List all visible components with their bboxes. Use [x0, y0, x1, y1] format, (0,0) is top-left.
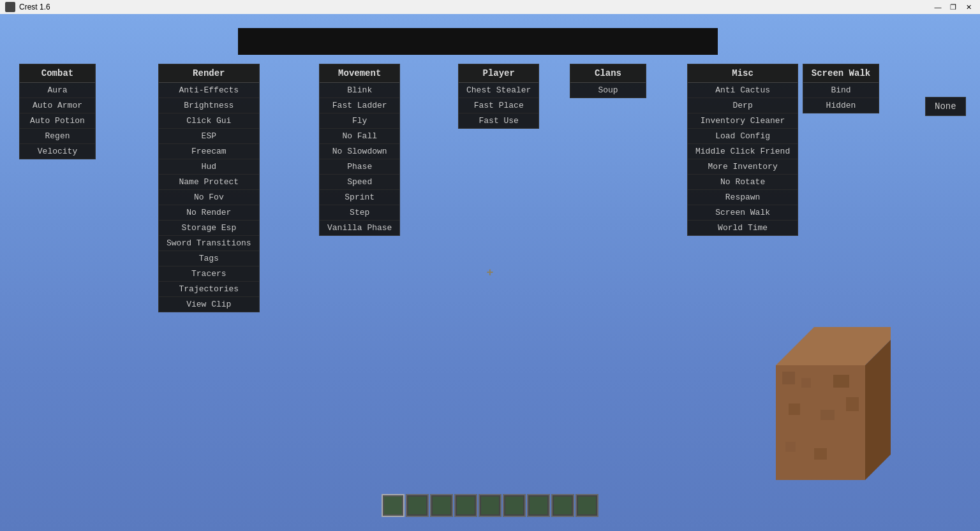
title-bar: Crest 1.6 — ❐ ✕ — [0, 0, 980, 14]
panel-header-movement: Movement — [320, 64, 399, 83]
svg-rect-6 — [789, 404, 800, 415]
hotbar-slot-inner-7 — [554, 497, 572, 514]
panel-combat: CombatAuraAuto ArmorAuto PotionRegenVelo… — [19, 64, 96, 159]
panel-item-screenWalk-1[interactable]: Hidden — [803, 98, 879, 113]
minecraft-block — [763, 314, 891, 493]
hotbar-slot-3[interactable] — [454, 494, 477, 517]
panel-item-combat-1[interactable]: Auto Armor — [20, 98, 95, 113]
panel-item-misc-7[interactable]: Respawn — [688, 190, 798, 205]
svg-rect-8 — [846, 397, 859, 411]
panel-item-movement-7[interactable]: Sprint — [320, 190, 399, 205]
title-bar-controls[interactable]: — ❐ ✕ — [932, 2, 975, 12]
panel-header-render: Render — [159, 64, 259, 83]
panel-item-player-0[interactable]: Chest Stealer — [459, 83, 538, 98]
hotbar-slot-6[interactable] — [527, 494, 550, 517]
panel-item-misc-0[interactable]: Anti Cactus — [688, 83, 798, 98]
panel-item-render-12[interactable]: Tracers — [159, 266, 259, 282]
maximize-button[interactable]: ❐ — [947, 2, 960, 12]
panel-item-render-0[interactable]: Anti-Effects — [159, 83, 259, 98]
panel-item-movement-5[interactable]: Phase — [320, 159, 399, 175]
panel-item-render-7[interactable]: No Fov — [159, 190, 259, 205]
panel-item-render-9[interactable]: Storage Esp — [159, 221, 259, 236]
title-bar-left: Crest 1.6 — [5, 2, 50, 12]
panel-item-movement-3[interactable]: No Fall — [320, 129, 399, 144]
panel-item-render-4[interactable]: Freecam — [159, 144, 259, 159]
minimize-button[interactable]: — — [932, 2, 944, 12]
svg-rect-3 — [782, 372, 795, 384]
panel-header-screenWalk: Screen Walk — [803, 64, 879, 83]
hotbar-slot-2[interactable] — [430, 494, 453, 517]
panel-clans: ClansSoup — [570, 64, 646, 98]
hotbar — [382, 494, 598, 517]
panel-item-render-11[interactable]: Tags — [159, 251, 259, 266]
panel-item-screenWalk-0[interactable]: Bind — [803, 83, 879, 98]
panel-item-render-3[interactable]: ESP — [159, 129, 259, 144]
panel-item-movement-8[interactable]: Step — [320, 205, 399, 221]
panel-item-render-8[interactable]: No Render — [159, 205, 259, 221]
hotbar-slot-inner-3 — [457, 497, 475, 514]
panel-player: PlayerChest StealerFast PlaceFast Use — [458, 64, 539, 129]
panel-item-render-13[interactable]: Trajectories — [159, 282, 259, 297]
none-button[interactable]: None — [925, 97, 966, 116]
hotbar-slot-7[interactable] — [551, 494, 574, 517]
hotbar-slot-inner-2 — [433, 497, 450, 514]
svg-rect-4 — [801, 378, 811, 388]
top-bar — [238, 28, 718, 55]
panel-item-combat-0[interactable]: Aura — [20, 83, 95, 98]
panel-item-render-6[interactable]: Name Protect — [159, 175, 259, 190]
title-bar-title: Crest 1.6 — [19, 3, 50, 11]
hotbar-slot-inner-5 — [505, 497, 523, 514]
panel-item-player-1[interactable]: Fast Place — [459, 98, 538, 113]
svg-rect-9 — [785, 442, 796, 452]
hotbar-slot-0[interactable] — [382, 494, 405, 517]
panel-screenWalk: Screen WalkBindHidden — [803, 64, 879, 113]
svg-rect-7 — [820, 410, 835, 420]
panel-item-movement-0[interactable]: Blink — [320, 83, 399, 98]
panel-item-render-5[interactable]: Hud — [159, 159, 259, 175]
hotbar-slot-1[interactable] — [406, 494, 429, 517]
panel-item-misc-6[interactable]: No Rotate — [688, 175, 798, 190]
panel-item-render-10[interactable]: Sword Transitions — [159, 236, 259, 251]
hotbar-slot-inner-6 — [530, 497, 547, 514]
panel-item-misc-8[interactable]: Screen Walk — [688, 205, 798, 221]
panel-movement: MovementBlinkFast LadderFlyNo FallNo Slo… — [319, 64, 400, 236]
panel-item-combat-3[interactable]: Regen — [20, 129, 95, 144]
panel-item-render-14[interactable]: View Clip — [159, 297, 259, 312]
panel-misc: MiscAnti CactusDerpInventory CleanerLoad… — [687, 64, 798, 236]
hotbar-slot-4[interactable] — [479, 494, 501, 517]
hotbar-slot-inner-0 — [384, 497, 402, 514]
panel-item-misc-2[interactable]: Inventory Cleaner — [688, 113, 798, 129]
svg-rect-10 — [814, 448, 827, 460]
svg-rect-5 — [833, 375, 849, 388]
panel-item-misc-9[interactable]: World Time — [688, 221, 798, 235]
panel-item-render-2[interactable]: Click Gui — [159, 113, 259, 129]
hotbar-slot-inner-4 — [481, 497, 499, 514]
panel-header-clans: Clans — [570, 64, 646, 83]
panel-render: RenderAnti-EffectsBrightnessClick GuiESP… — [158, 64, 260, 312]
panel-item-misc-4[interactable]: Middle Click Friend — [688, 144, 798, 159]
panel-item-movement-1[interactable]: Fast Ladder — [320, 98, 399, 113]
panel-header-player: Player — [459, 64, 538, 83]
hotbar-slot-inner-1 — [408, 497, 426, 514]
panel-item-combat-4[interactable]: Velocity — [20, 144, 95, 159]
panel-item-combat-2[interactable]: Auto Potion — [20, 113, 95, 129]
panel-item-player-2[interactable]: Fast Use — [459, 113, 538, 128]
panel-item-movement-9[interactable]: Vanilla Phase — [320, 221, 399, 235]
hotbar-slot-8[interactable] — [575, 494, 598, 517]
panel-item-movement-4[interactable]: No Slowdown — [320, 144, 399, 159]
panel-item-misc-1[interactable]: Derp — [688, 98, 798, 113]
panel-header-misc: Misc — [688, 64, 798, 83]
panel-item-movement-2[interactable]: Fly — [320, 113, 399, 129]
close-button[interactable]: ✕ — [962, 2, 975, 12]
panel-item-misc-3[interactable]: Load Config — [688, 129, 798, 144]
game-background: + CombatAuraAuto ArmorAuto PotionRegenVe… — [0, 14, 980, 531]
app-icon — [5, 2, 15, 12]
hotbar-slot-inner-8 — [578, 497, 596, 514]
panel-item-clans-0[interactable]: Soup — [570, 83, 646, 98]
panel-item-render-1[interactable]: Brightness — [159, 98, 259, 113]
panel-item-misc-5[interactable]: More Inventory — [688, 159, 798, 175]
crosshair: + — [487, 266, 494, 279]
hotbar-slot-5[interactable] — [503, 494, 526, 517]
panel-header-combat: Combat — [20, 64, 95, 83]
panel-item-movement-6[interactable]: Speed — [320, 175, 399, 190]
